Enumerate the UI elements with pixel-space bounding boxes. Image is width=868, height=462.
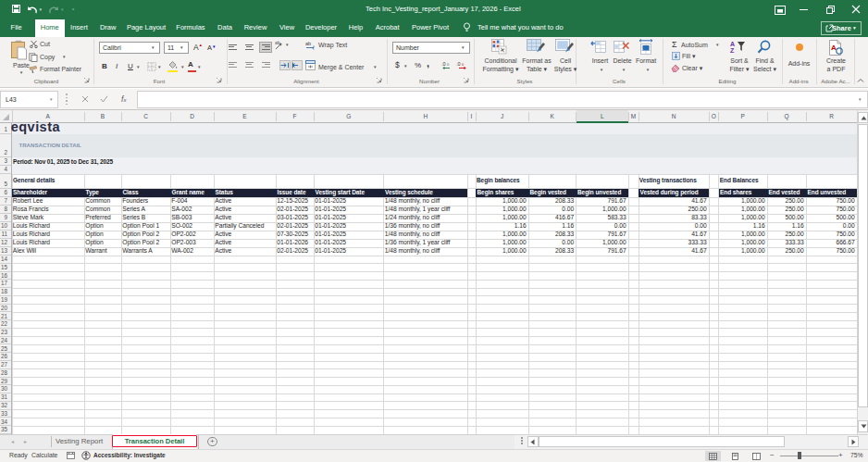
svg-text:.0: .0 — [441, 61, 446, 67]
svg-text:.0: .0 — [456, 61, 461, 67]
svg-text:ab: ab — [305, 41, 311, 46]
svg-text:Z: Z — [730, 47, 735, 54]
svg-text:0: 0 — [447, 62, 450, 67]
svg-text:A: A — [730, 41, 735, 47]
svg-text:A: A — [831, 44, 837, 52]
svg-text:ab: ab — [275, 41, 280, 45]
